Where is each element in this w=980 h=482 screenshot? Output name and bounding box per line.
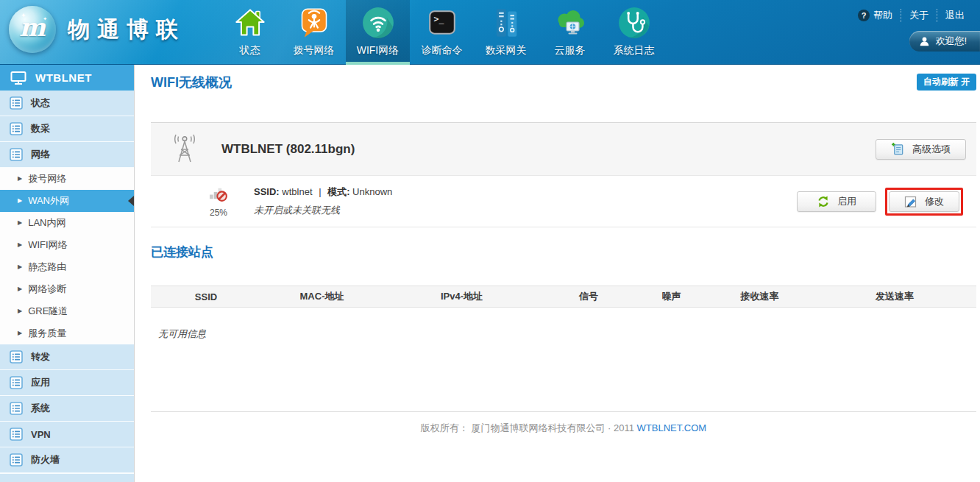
main-content: WIFI无线概况 自动刷新 开 WTBLNET (802.11bgn) 高级选项…	[135, 65, 980, 482]
ssid-line: SSID: wtblnet | 模式: Unknown	[254, 185, 392, 199]
sidebar-subitem-gre-tunnel[interactable]: ▶ GRE隧道	[0, 300, 134, 322]
list-icon	[10, 148, 23, 161]
col-mac: MAC-地址	[261, 290, 383, 303]
enable-button[interactable]: 启用	[797, 191, 876, 212]
sidebar-subitem-dial-network[interactable]: ▶ 拨号网络	[0, 168, 134, 190]
nav-tab-data-gateway[interactable]: 数采网关	[474, 0, 538, 65]
signal-block: 25%	[202, 185, 235, 218]
chevron-right-icon: ▶	[18, 242, 22, 248]
sidebar-subitem-wifi[interactable]: ▶ WIFI网络	[0, 234, 134, 256]
terminal-icon: >_	[425, 5, 460, 40]
sidebar-clipped-row	[0, 473, 134, 482]
col-noise: 噪声	[636, 290, 706, 303]
help-icon: ?	[858, 10, 870, 21]
footer-divider	[151, 411, 976, 412]
top-utility-links: ? 帮助 关于 退出	[850, 9, 973, 22]
col-ssid: SSID	[151, 291, 261, 302]
col-tx-rate: 发送速率	[813, 290, 976, 303]
chevron-right-icon: ▶	[18, 198, 22, 204]
about-link[interactable]: 关于	[901, 9, 937, 22]
logo-m-glyph: m	[19, 15, 46, 44]
sidebar-device-header: WTBLNET	[0, 65, 134, 91]
mode-value: Unknown	[352, 186, 392, 197]
server-gateway-icon	[489, 5, 524, 40]
chevron-right-icon: ▶	[18, 330, 22, 336]
modify-button[interactable]: 修改	[889, 191, 959, 212]
nav-tab-system-log[interactable]: 系统日志	[602, 0, 666, 65]
main-nav: 状态 拨号网络 WIFI网络 >_ 诊断命令 数采网关	[218, 0, 666, 65]
list-icon	[10, 402, 23, 415]
wifi-network-title: WTBLNET (802.11bgn)	[221, 142, 355, 157]
nav-tab-cloud-service[interactable]: 云服务	[538, 0, 602, 65]
sidebar-subitem-network-diagnosis[interactable]: ▶ 网络诊断	[0, 278, 134, 300]
footer-link[interactable]: WTBLNET.COM	[637, 422, 707, 433]
sidebar-item-data-acquisition[interactable]: 数采	[0, 116, 134, 142]
sidebar-subitem-qos[interactable]: ▶ 服务质量	[0, 322, 134, 344]
sidebar-subitem-wan[interactable]: ▶ WAN外网	[0, 190, 134, 212]
selected-notch	[128, 196, 134, 206]
chevron-right-icon: ▶	[18, 264, 22, 270]
sidebar-item-application[interactable]: 应用	[0, 370, 134, 396]
list-icon	[10, 350, 23, 364]
list-icon	[10, 96, 23, 110]
edit-icon	[904, 195, 917, 208]
brand-name: 物通博联	[68, 15, 185, 45]
help-link[interactable]: ? 帮助	[850, 9, 901, 22]
auto-refresh-toggle[interactable]: 自动刷新 开	[917, 74, 976, 91]
app-header: ✦ ✦ m 物通博联 状态 拨号网络 WIFI网络 >_	[0, 0, 980, 65]
chevron-right-icon: ▶	[18, 220, 22, 226]
radio-tower-icon	[168, 133, 201, 166]
dial-signal-icon	[297, 5, 332, 40]
stations-table-header: SSID MAC-地址 IPv4-地址 信号 噪声 接收速率 发送速率	[151, 286, 976, 308]
sidebar-item-vpn[interactable]: VPN	[0, 422, 134, 447]
ssid-info: SSID: wtblnet | 模式: Unknown 未开启或未关联无线	[254, 185, 392, 217]
col-rx-rate: 接收速率	[706, 290, 813, 303]
ssid-value: wtblnet	[282, 186, 312, 197]
welcome-label: 欢迎您!	[935, 35, 967, 48]
svg-text:>_: >_	[433, 14, 444, 24]
sidebar: WTBLNET 状态 数采 网络 ▶ 拨号网络 ▶ WAN外网 ▶ LAN内网	[0, 65, 135, 482]
page-title: WIFI无线概况	[151, 74, 232, 91]
nav-tab-status[interactable]: 状态	[218, 0, 282, 65]
sparkle-icon: ✦	[43, 16, 47, 22]
nav-tab-wifi-network[interactable]: WIFI网络	[346, 0, 410, 65]
refresh-icon	[817, 195, 830, 208]
monitor-icon	[10, 71, 26, 85]
list-icon	[10, 376, 23, 389]
sparkle-icon: ✦	[21, 12, 26, 19]
chevron-right-icon: ▶	[18, 308, 22, 314]
nav-tab-diagnostic-command[interactable]: >_ 诊断命令	[410, 0, 474, 65]
sidebar-item-status[interactable]: 状态	[0, 91, 134, 116]
signal-disabled-icon	[209, 185, 229, 203]
list-icon	[10, 428, 23, 441]
list-icon	[10, 453, 23, 467]
user-icon	[919, 36, 930, 47]
col-ipv4: IPv4-地址	[383, 290, 541, 303]
wifi-card-header: WTBLNET (802.11bgn) 高级选项	[151, 123, 976, 176]
nav-tab-dial-network[interactable]: 拨号网络	[282, 0, 346, 65]
empty-table-message: 无可用信息	[158, 327, 976, 341]
advanced-options-icon	[891, 142, 905, 156]
sidebar-item-system[interactable]: 系统	[0, 396, 134, 422]
sidebar-subitem-lan[interactable]: ▶ LAN内网	[0, 212, 134, 234]
wifi-overview-card: WTBLNET (802.11bgn) 高级选项 25% SSID: wt	[151, 122, 976, 227]
highlight-box: 修改	[885, 188, 963, 216]
advanced-options-button[interactable]: 高级选项	[876, 139, 966, 160]
col-signal: 信号	[541, 290, 636, 303]
logout-link[interactable]: 退出	[937, 9, 973, 22]
chevron-right-icon: ▶	[18, 286, 22, 292]
sidebar-device-name: WTBLNET	[35, 71, 92, 84]
logo-sphere-icon: ✦ ✦ m	[9, 6, 56, 53]
brand-logo: ✦ ✦ m 物通博联	[9, 6, 185, 53]
welcome-user-button[interactable]: 欢迎您!	[909, 31, 980, 52]
sidebar-item-firewall[interactable]: 防火墙	[0, 447, 134, 473]
footer-copyright: 版权所有： 厦门物通博联网络科技有限公司 · 2011 WTBLNET.COM	[151, 422, 976, 435]
sidebar-item-forwarding[interactable]: 转发	[0, 344, 134, 370]
signal-percent: 25%	[202, 208, 235, 218]
sidebar-subitem-static-route[interactable]: ▶ 静态路由	[0, 256, 134, 278]
wifi-card-body: 25% SSID: wtblnet | 模式: Unknown 未开启或未关联无…	[151, 176, 976, 227]
cloud-service-icon	[553, 5, 588, 40]
wifi-icon	[361, 5, 396, 40]
sidebar-item-network[interactable]: 网络	[0, 142, 134, 168]
list-icon	[10, 122, 23, 135]
